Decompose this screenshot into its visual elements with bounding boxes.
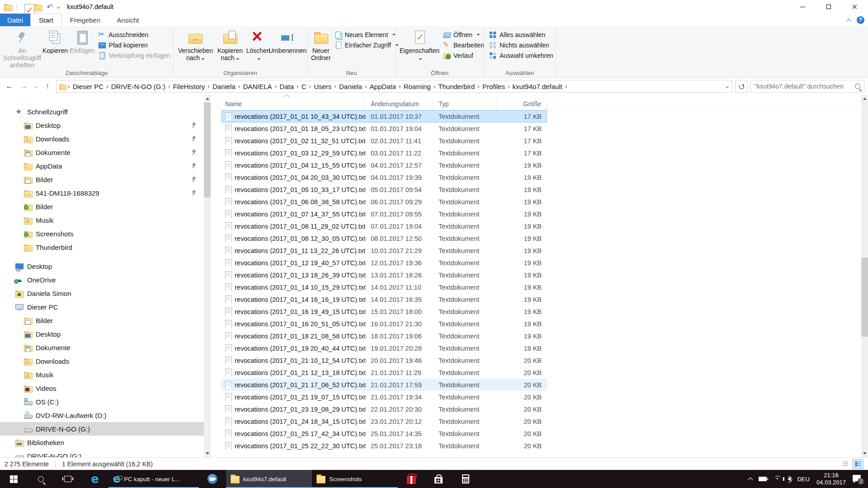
history-button[interactable]: Verlauf — [440, 51, 487, 60]
delete-button[interactable]: Löschen — [245, 28, 271, 63]
taskbar-ie-window-button[interactable]: e PC kaputt - neuer L... — [108, 470, 199, 488]
file-row[interactable]: revocations (2017_01_23 19_08_29 UTC).tx… — [222, 403, 547, 415]
refresh-button[interactable] — [735, 80, 748, 93]
qat-customize-icon[interactable] — [57, 5, 60, 8]
sidebar-item[interactable]: Bilder — [0, 314, 204, 327]
tab-freigeben[interactable]: Freigeben — [62, 14, 109, 26]
copy-path-button[interactable]: Pfad kopieren — [95, 40, 173, 50]
breadcrumb-segment[interactable]: DRIVE-N-GO (G:) — [109, 83, 167, 90]
list-view-button[interactable] — [840, 459, 851, 469]
copy-button[interactable]: Kopieren — [42, 28, 69, 56]
file-row[interactable]: revocations (2017_01_24 18_34_15 UTC).tx… — [222, 415, 547, 427]
column-header-size[interactable]: Größe — [496, 98, 547, 110]
taskbar-calculator-button[interactable] — [452, 470, 479, 488]
file-row[interactable]: revocations (2017_01_12 19_40_57 UTC).tx… — [222, 257, 547, 269]
file-row[interactable]: revocations (2017_01_06 08_38_58 UTC).tx… — [222, 196, 547, 208]
scrollbar-thumb[interactable] — [204, 103, 211, 197]
edit-button[interactable]: Bearbeiten — [440, 40, 487, 50]
file-row[interactable]: revocations (2017_01_02 11_32_51 UTC).tx… — [222, 135, 547, 147]
scroll-down-icon[interactable] — [204, 450, 211, 457]
sidebar-item[interactable]: DRIVE-N-GO (G:) — [0, 449, 204, 457]
battery-status[interactable] — [755, 470, 770, 488]
taskbar-explorer-kxut-button[interactable]: kxut94o7.default — [226, 470, 312, 488]
taskbar-search-button[interactable] — [27, 470, 54, 488]
recent-locations-button[interactable] — [33, 80, 39, 92]
clock[interactable]: 21:16 04.03.2017 — [813, 472, 849, 487]
file-row[interactable]: revocations (2017_01_04 12_15_55 UTC).tx… — [222, 159, 547, 171]
scroll-down-icon[interactable] — [861, 450, 868, 457]
taskbar-gift-app-button[interactable] — [398, 470, 425, 488]
list-scrollbar[interactable] — [861, 95, 868, 457]
taskbar-store-button[interactable] — [425, 470, 452, 488]
sidebar-item[interactable]: Desktop — [0, 327, 204, 341]
breadcrumb[interactable]: › Dieser PC› DRIVE-N-GO (G:)› FileHistor… — [56, 80, 732, 93]
breadcrumb-segment[interactable]: Daniela — [337, 83, 364, 90]
task-view-button[interactable] — [54, 470, 81, 488]
open-button[interactable]: Öffnen — [440, 30, 487, 39]
breadcrumb-segment[interactable]: Thunderbird — [436, 83, 476, 90]
scrollbar-thumb[interactable] — [861, 258, 868, 337]
file-row[interactable]: revocations (2017_01_14 16_16_19 UTC).tx… — [222, 293, 547, 305]
breadcrumb-segment[interactable]: Users — [312, 83, 333, 90]
sidebar-item[interactable]: DVD-RW-Laufwerk (D:) — [0, 408, 204, 422]
sidebar-item[interactable]: Daniela Simon — [0, 286, 204, 300]
breadcrumb-segment[interactable]: AppData — [368, 83, 398, 90]
column-header-date[interactable]: Änderungsdatum — [365, 98, 433, 110]
breadcrumb-segment[interactable]: Daniela — [211, 83, 237, 90]
close-button[interactable] — [842, 0, 868, 14]
back-button[interactable]: ← — [4, 80, 15, 92]
search-input[interactable]: "kxut94o7.default" durchsuchen — [755, 83, 852, 90]
file-row[interactable]: revocations (2017_01_07 14_37_55 UTC).tx… — [222, 208, 547, 220]
tab-datei[interactable]: Datei — [0, 14, 30, 26]
sidebar-item[interactable]: Schnellzugriff — [0, 105, 204, 118]
qat-new-folder-icon[interactable] — [33, 3, 42, 11]
file-row[interactable]: revocations (2017_01_08 11_29_02 UTC).tx… — [222, 220, 547, 232]
sidebar-item[interactable]: Downloads — [0, 132, 204, 145]
sidebar-item[interactable]: Screenshots — [0, 227, 204, 240]
file-row[interactable]: revocations (2017_01_13 18_26_39 UTC).tx… — [222, 269, 547, 281]
breadcrumb-segment[interactable]: FileHistory — [171, 83, 207, 90]
sidebar-item[interactable]: Musik — [0, 368, 204, 381]
help-icon[interactable]: ? — [857, 16, 864, 24]
select-all-button[interactable]: Alles auswählen — [486, 30, 556, 39]
tab-ansicht[interactable]: Ansicht — [108, 14, 147, 26]
sidebar-item[interactable]: OneDrive — [0, 273, 204, 286]
breadcrumb-segment[interactable]: C — [300, 83, 308, 90]
sidebar-item[interactable]: Bilder — [0, 200, 204, 213]
tab-start[interactable]: Start — [30, 14, 62, 26]
sidebar-item[interactable]: Dokumente — [0, 341, 204, 354]
file-row[interactable]: revocations (2017_01_18 21_08_58 UTC).tx… — [222, 330, 547, 342]
file-row[interactable]: revocations (2017_01_25 17_42_34 UTC).tx… — [222, 427, 547, 440]
file-row[interactable]: revocations (2017_01_11 13_22_26 UTC).tx… — [222, 244, 547, 257]
sidebar-item[interactable]: Bilder — [0, 173, 204, 186]
sidebar-item[interactable]: Dieser PC — [0, 300, 204, 314]
action-center-button[interactable]: 2 — [849, 470, 868, 488]
file-row[interactable]: revocations (2017_01_14 10_15_29 UTC).tx… — [222, 281, 547, 293]
taskbar-explorer-screenshots-button[interactable]: Screenshots — [312, 470, 398, 488]
breadcrumb-segment[interactable]: Roaming — [402, 83, 433, 90]
file-row[interactable]: revocations (2017_01_01 18_05_23 UTC).tx… — [222, 122, 547, 135]
collapse-ribbon-icon[interactable] — [847, 19, 851, 23]
cut-button[interactable]: Ausschneiden — [95, 30, 173, 39]
properties-button[interactable]: Eigenschaften — [399, 28, 440, 63]
sidebar-item[interactable]: Musik — [0, 213, 204, 227]
breadcrumb-segment[interactable]: kxut94o7.default — [511, 83, 564, 90]
maximize-button[interactable] — [816, 0, 842, 14]
qat-undo-icon[interactable]: ↶ — [47, 3, 53, 11]
search-icon[interactable] — [855, 84, 860, 89]
new-folder-button[interactable]: Neuer Ordner — [310, 28, 332, 63]
move-to-button[interactable]: Verschieben nach — [176, 28, 215, 63]
file-row[interactable]: revocations (2017_01_21 19_07_15 UTC).tx… — [222, 391, 547, 403]
volume-status[interactable] — [784, 470, 794, 488]
minimize-button[interactable] — [789, 0, 816, 14]
breadcrumb-segment[interactable]: DANIELA — [241, 83, 274, 90]
language-indicator[interactable]: DEU — [794, 470, 812, 488]
copy-to-button[interactable]: Kopieren nach — [215, 28, 245, 63]
sidebar-item[interactable]: Videos — [0, 381, 204, 395]
taskbar-thunderbird-button[interactable] — [199, 470, 226, 488]
scroll-up-icon[interactable] — [861, 95, 868, 103]
invert-selection-button[interactable]: Auswahl umkehren — [486, 51, 556, 60]
sidebar-item[interactable]: DRIVE-N-GO (G:) — [0, 422, 204, 436]
sidebar-item[interactable]: Downloads — [0, 354, 204, 368]
file-row[interactable]: revocations (2017_01_19 20_40_44 UTC).tx… — [222, 342, 547, 354]
